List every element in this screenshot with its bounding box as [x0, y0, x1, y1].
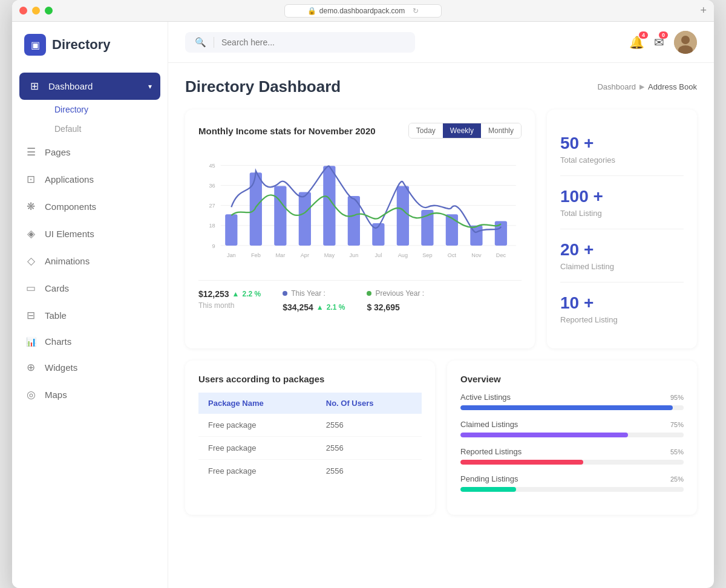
period-buttons: Today Weekly Monthly [408, 123, 522, 139]
sidebar-item-directory[interactable]: Directory [42, 100, 168, 119]
prev-year-stat: Previous Year : $ 32,695 [367, 289, 424, 312]
sidebar-item-dashboard[interactable]: ⊞ Dashboard ▾ [19, 73, 160, 100]
notifications-badge: 4 [639, 31, 648, 39]
package-users-2: 2556 [316, 460, 422, 483]
sidebar-label-maps: Maps [45, 390, 67, 400]
sidebar-label-applications: Applications [45, 174, 94, 185]
trend-up-icon: ▲ [232, 290, 240, 298]
overview-pct-3: 25% [670, 475, 684, 483]
maximize-button[interactable] [45, 7, 53, 15]
col-package-name: Package Name [198, 393, 316, 414]
header-right: 🔔 4 ✉ 0 [629, 31, 697, 54]
app-window: 🔒 demo.dashboardpack.com ↻ + ▣ Directory… [12, 0, 714, 588]
chart-area: 45 36 27 18 9 [198, 149, 522, 270]
packages-table: Package Name No. Of Users Free package 2… [198, 393, 422, 482]
svg-text:Aug: Aug [398, 252, 408, 258]
close-button[interactable] [19, 7, 27, 15]
table-row: Free package 2556 [198, 414, 422, 437]
table-row: Free package 2556 [198, 437, 422, 460]
overview-label-2: Reported Listings [460, 447, 522, 456]
progress-fill-1 [460, 433, 628, 437]
svg-text:9: 9 [212, 243, 215, 249]
overview-item-2: Reported Listings 55% [460, 447, 684, 465]
sidebar-label-animations: Animations [45, 256, 90, 266]
search-box[interactable]: 🔍 [185, 32, 415, 53]
sidebar-item-pages[interactable]: ☰ Pages [12, 139, 168, 166]
cards-icon: ▭ [24, 282, 38, 295]
content-area: 🔍 🔔 4 ✉ 0 [168, 22, 714, 588]
table-icon: ⊟ [24, 309, 38, 322]
packages-title: Users according to packages [198, 374, 422, 384]
breadcrumb-current: Address Book [648, 82, 697, 91]
overview-label-1: Claimed Listings [460, 420, 518, 429]
sidebar-item-widgets[interactable]: ⊕ Widgets [12, 354, 168, 381]
sidebar-label-ui-elements: UI Elements [45, 229, 94, 239]
stats-card: 50 + Total categories 100 + Total Listin… [547, 109, 697, 348]
svg-text:18: 18 [209, 223, 215, 229]
search-input[interactable] [221, 38, 405, 47]
period-weekly-button[interactable]: Weekly [443, 123, 481, 138]
url-text: demo.dashboardpack.com [319, 7, 405, 15]
progress-fill-3 [460, 487, 516, 492]
logo-icon: ▣ [24, 34, 46, 56]
overview-items: Active Listings 95% Claimed Listings 75%… [460, 393, 684, 492]
this-month-label: This month [198, 301, 261, 310]
logo: ▣ Directory [12, 34, 168, 73]
url-bar[interactable]: 🔒 demo.dashboardpack.com ↻ [284, 4, 442, 18]
new-tab-button[interactable]: + [700, 4, 707, 17]
chart-svg: 45 36 27 18 9 [198, 149, 522, 270]
overview-pct-1: 75% [670, 421, 684, 428]
header: 🔍 🔔 4 ✉ 0 [168, 22, 714, 63]
sub-nav-dashboard: Directory Default [12, 100, 168, 139]
sidebar-label-dashboard: Dashboard [48, 81, 93, 91]
package-name-0: Free package [198, 414, 316, 437]
chart-header: Monthly Income stats for November 2020 T… [198, 123, 522, 139]
page-title: Directory Dashboard [185, 77, 341, 96]
overview-title: Overview [460, 374, 684, 384]
svg-text:Jan: Jan [227, 252, 236, 258]
sidebar-item-charts[interactable]: 📊 Charts [12, 329, 168, 354]
sidebar-item-maps[interactable]: ◎ Maps [12, 381, 168, 408]
sidebar-item-ui-elements[interactable]: ◈ UI Elements [12, 220, 168, 247]
stat-label-2: Claimed Listing [560, 262, 684, 271]
titlebar: 🔒 demo.dashboardpack.com ↻ + [12, 0, 714, 22]
svg-text:Oct: Oct [448, 252, 457, 258]
progress-fill-0 [460, 405, 673, 410]
stat-label-3: Reported Listing [560, 315, 684, 324]
svg-rect-16 [299, 192, 311, 246]
stat-total-categories: 50 + Total categories [560, 123, 684, 176]
trend-icon: ▲ [316, 303, 324, 312]
sidebar-item-table[interactable]: ⊟ Table [12, 302, 168, 329]
period-monthly-button[interactable]: Monthly [481, 123, 521, 138]
package-name-1: Free package [198, 437, 316, 460]
messages-button[interactable]: ✉ 0 [654, 35, 664, 50]
svg-rect-15 [274, 186, 286, 246]
user-avatar[interactable] [674, 31, 697, 54]
period-today-button[interactable]: Today [409, 123, 443, 138]
sidebar-label-charts: Charts [45, 336, 71, 347]
stat-value-3: 10 + [560, 293, 684, 313]
reload-icon[interactable]: ↻ [413, 7, 419, 15]
animations-icon: ◇ [24, 255, 38, 267]
svg-rect-13 [225, 214, 237, 246]
breadcrumb: Dashboard ▶ Address Book [597, 82, 697, 91]
charts-icon: 📊 [24, 337, 38, 347]
sidebar-item-cards[interactable]: ▭ Cards [12, 275, 168, 302]
chart-title: Monthly Income stats for November 2020 [198, 126, 376, 136]
sidebar: ▣ Directory ⊞ Dashboard ▾ Directory Defa… [12, 22, 168, 588]
this-year-stat: This Year : $34,254 ▲ 2.1 % [283, 289, 345, 312]
components-icon: ❋ [24, 200, 38, 213]
sidebar-item-components[interactable]: ❋ Components [12, 193, 168, 220]
sidebar-label-cards: Cards [45, 283, 69, 293]
stat-total-listing: 100 + Total Listing [560, 176, 684, 229]
sidebar-item-default[interactable]: Default [42, 119, 168, 139]
top-row: Monthly Income stats for November 2020 T… [185, 109, 697, 348]
minimize-button[interactable] [32, 7, 40, 15]
overview-item-0: Active Listings 95% [460, 393, 684, 410]
sidebar-item-applications[interactable]: ⊡ Applications [12, 166, 168, 193]
sidebar-item-animations[interactable]: ◇ Animations [12, 247, 168, 275]
stat-value-1: 100 + [560, 187, 684, 206]
packages-card: Users according to packages Package Name… [185, 361, 435, 515]
svg-text:Jul: Jul [375, 252, 382, 258]
notifications-button[interactable]: 🔔 4 [629, 35, 644, 50]
